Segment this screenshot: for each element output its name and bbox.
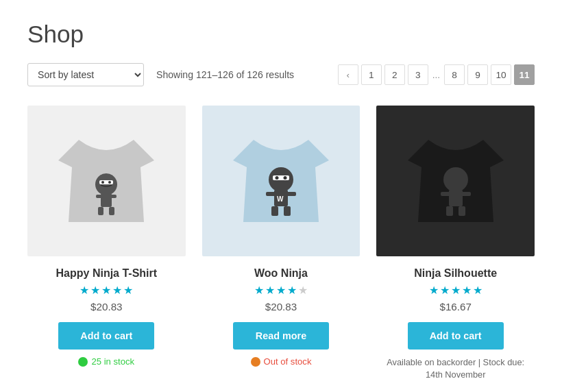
pagination: ‹ 1 2 3 ... 8 9 10 11 [338,64,535,85]
svg-point-7 [101,181,104,184]
svg-rect-3 [110,195,117,198]
product-image-3 [376,106,535,256]
product-stars-3: ★ ★ ★ ★ ★ [429,284,482,297]
product-name-3: Ninja Silhouette [414,267,497,280]
svg-rect-11 [266,192,276,196]
product-name-1: Happy Ninja T-Shirt [56,267,158,280]
svg-rect-21 [441,192,450,196]
svg-rect-12 [286,192,296,196]
svg-point-19 [443,167,468,192]
pagination-page-11[interactable]: 11 [514,64,535,85]
add-to-cart-button-1[interactable]: Add to cart [58,322,154,350]
pagination-prev[interactable]: ‹ [338,64,358,85]
svg-text:W: W [277,195,284,203]
product-card-3: Ninja Silhouette ★ ★ ★ ★ ★ $16.67 Add to… [376,106,535,381]
stock-info-2: Out of stock [251,356,312,367]
stock-text-2: Out of stock [264,356,312,367]
svg-rect-5 [109,207,114,215]
product-price-1: $20.83 [90,301,122,313]
pagination-dots: ... [431,70,441,80]
products-grid: Happy Ninja T-Shirt ★ ★ ★ ★ ★ $20.83 Add… [27,106,535,381]
read-more-button-2[interactable]: Read more [233,322,329,350]
stock-icon-2 [251,357,260,367]
results-count: Showing 121–126 of 126 results [156,69,326,80]
add-to-cart-button-3[interactable]: Add to cart [408,322,504,350]
svg-rect-23 [446,206,453,216]
product-stars-2: ★ ★ ★ ★ ★ [254,284,308,297]
toolbar: Sort by latest Sort by popularity Sort b… [27,63,535,86]
pagination-page-9[interactable]: 9 [467,64,488,85]
stock-text-1: 25 in stock [91,356,134,367]
stock-info-3: Available on backorder | Stock due:14th … [387,356,524,381]
pagination-page-3[interactable]: 3 [408,64,428,85]
svg-rect-14 [284,206,291,216]
svg-point-16 [275,176,278,180]
svg-rect-4 [98,207,103,215]
stock-icon-1 [78,357,88,367]
product-stars-1: ★ ★ ★ ★ ★ [80,284,133,297]
svg-rect-2 [96,195,103,198]
product-price-2: $20.83 [265,301,297,313]
pagination-page-10[interactable]: 10 [491,64,511,85]
svg-point-17 [283,176,286,180]
stock-info-1: 25 in stock [78,356,134,367]
product-name-2: Woo Ninja [254,267,308,280]
pagination-page-1[interactable]: 1 [361,64,382,85]
svg-rect-13 [271,206,278,216]
svg-rect-22 [461,192,471,196]
svg-rect-24 [459,206,465,216]
svg-rect-20 [449,190,463,206]
product-image-1 [27,106,186,256]
product-image-2: W [202,106,361,256]
sort-select[interactable]: Sort by latest Sort by popularity Sort b… [27,63,144,86]
svg-point-8 [108,181,111,184]
product-card-2: W Woo Ninja ★ ★ ★ ★ ★ $20.83 Read more O… [202,106,361,381]
product-card-1: Happy Ninja T-Shirt ★ ★ ★ ★ ★ $20.83 Add… [27,106,186,381]
pagination-page-8[interactable]: 8 [444,64,465,85]
product-price-3: $16.67 [439,301,471,313]
page-title: Shop [27,21,535,48]
pagination-page-2[interactable]: 2 [384,64,405,85]
stock-text-3: Available on backorder | Stock due:14th … [387,356,524,381]
